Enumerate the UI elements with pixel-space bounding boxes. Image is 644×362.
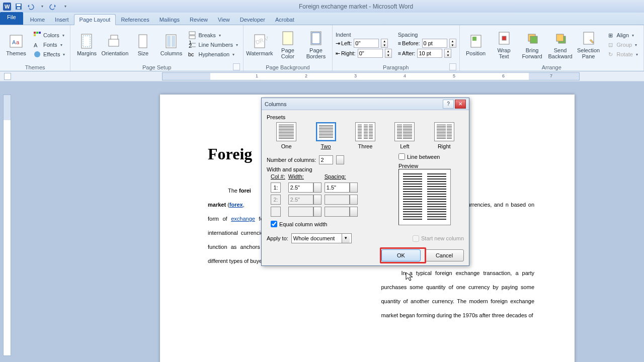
undo-icon[interactable]: [25, 2, 35, 12]
breaks-icon: [188, 31, 196, 39]
group-button[interactable]: ⊡Group: [606, 40, 639, 49]
margins-button[interactable]: Margins: [73, 32, 100, 57]
col1-label: [271, 183, 281, 193]
svg-rect-41: [556, 34, 564, 41]
align-button[interactable]: ⊞Align: [606, 31, 639, 40]
tab-acrobat[interactable]: Acrobat: [270, 15, 299, 25]
hyphenation-button[interactable]: bcHyphenation: [186, 50, 239, 59]
qat-customize[interactable]: [60, 2, 70, 12]
page-color-button[interactable]: Page Color: [275, 29, 301, 60]
effects-button[interactable]: Effects: [31, 50, 67, 59]
spacing-before-icon: ≡: [398, 40, 401, 46]
indent-right[interactable]: ⇤Right:▲▼: [336, 49, 392, 58]
word-icon[interactable]: W: [2, 2, 12, 12]
group-label-arrange: Arrange: [463, 63, 640, 71]
position-button[interactable]: Position: [463, 32, 489, 57]
preset-two[interactable]: Two: [316, 122, 336, 149]
indent-left[interactable]: ⇥Left:▲▼: [336, 39, 392, 48]
col1-spacing-input[interactable]: [325, 183, 350, 193]
equal-width-checkbox[interactable]: [271, 221, 277, 227]
themes-icon: Aa: [8, 33, 24, 49]
line-numbers-button[interactable]: 12Line Numbers: [186, 40, 239, 49]
tab-insert[interactable]: Insert: [50, 15, 74, 25]
themes-button[interactable]: Aa Themes: [3, 32, 29, 57]
tab-home[interactable]: Home: [25, 15, 50, 25]
preset-right[interactable]: Right: [434, 122, 454, 149]
align-icon: ⊞: [607, 31, 615, 39]
svg-rect-22: [189, 32, 195, 35]
col-header: Col #:: [271, 173, 285, 180]
bring-forward-icon: [524, 30, 540, 46]
num-columns-input[interactable]: [319, 155, 333, 164]
dialog-help-button[interactable]: ?: [443, 100, 454, 109]
link-forex[interactable]: forex: [229, 202, 243, 208]
svg-text:A: A: [12, 39, 16, 45]
preset-three[interactable]: Three: [355, 122, 375, 149]
breaks-button[interactable]: Breaks: [186, 31, 239, 40]
watermark-button[interactable]: DRAFTWatermark: [247, 32, 273, 57]
colors-icon: [33, 31, 41, 39]
spacing-after[interactable]: ≡After:▲▼: [398, 49, 456, 58]
tab-references[interactable]: References: [116, 15, 154, 25]
tab-view[interactable]: View: [213, 15, 235, 25]
tab-review[interactable]: Review: [185, 15, 213, 25]
width-spacing-label: Width and spacing: [267, 166, 388, 172]
send-backward-button[interactable]: Send Backward: [547, 29, 574, 60]
preset-one[interactable]: One: [276, 122, 296, 149]
ruler-toggle[interactable]: [4, 73, 11, 80]
svg-rect-11: [34, 34, 36, 36]
columns-dialog: Columns ? ✕ Presets One Two Three Left R…: [261, 98, 469, 266]
horizontal-ruler[interactable]: 1 2 3 4 5 6 7: [162, 72, 580, 80]
page-setup-launcher[interactable]: [233, 63, 240, 70]
svg-rect-17: [109, 39, 119, 46]
apply-to-combo[interactable]: Whole document▼: [291, 233, 352, 243]
redo-icon[interactable]: [48, 2, 58, 12]
col1-width-input[interactable]: [288, 183, 313, 193]
rotate-button[interactable]: ↻Rotate: [606, 50, 639, 59]
apply-to-label: Apply to:: [267, 235, 288, 241]
cancel-button[interactable]: Cancel: [425, 249, 464, 261]
hyphenation-icon: bc: [188, 50, 196, 58]
link-exchange[interactable]: exchange: [231, 216, 255, 222]
wrap-text-button[interactable]: Wrap Text: [491, 29, 517, 60]
vertical-ruler[interactable]: [3, 95, 11, 356]
start-new-column-label: Start new column: [421, 235, 464, 241]
window-title: Foreign exchange market - Microsoft Word: [70, 3, 642, 10]
columns-button[interactable]: Columns: [158, 32, 184, 57]
fonts-button[interactable]: AFonts: [31, 40, 67, 49]
save-icon[interactable]: [14, 2, 24, 12]
undo-dropdown[interactable]: [37, 2, 47, 12]
tab-developer[interactable]: Developer: [235, 15, 270, 25]
dialog-close-button[interactable]: ✕: [455, 100, 466, 109]
titlebar: W Foreign exchange market - Microsoft Wo…: [0, 0, 644, 13]
svg-rect-3: [17, 4, 21, 6]
indent-label: Indent: [336, 32, 392, 38]
spacing-after-icon: ≡: [398, 50, 401, 56]
rotate-icon: ↻: [607, 50, 615, 58]
size-button[interactable]: Size: [130, 32, 156, 57]
group-arrange: Position Wrap Text Bring Forward Send Ba…: [460, 25, 644, 71]
paragraph-launcher[interactable]: [449, 63, 456, 70]
line-between-label: Line between: [407, 154, 440, 160]
ok-button[interactable]: OK: [381, 249, 421, 261]
group-themes: Aa Themes Colors AFonts Effects Themes: [0, 25, 70, 71]
preset-left[interactable]: Left: [394, 122, 415, 149]
selection-pane-button[interactable]: Selection Pane: [576, 29, 602, 60]
tab-file[interactable]: File: [0, 12, 23, 25]
send-backward-icon: [552, 30, 569, 46]
tab-page-layout[interactable]: Page Layout: [74, 14, 116, 25]
orientation-button[interactable]: Orientation: [102, 32, 128, 57]
spacing-before[interactable]: ≡Before:▲▼: [398, 39, 456, 48]
svg-rect-9: [36, 32, 38, 34]
svg-text:bc: bc: [188, 51, 194, 57]
line-between-checkbox[interactable]: [398, 153, 405, 160]
tab-mailings[interactable]: Mailings: [154, 15, 185, 25]
colors-button[interactable]: Colors: [31, 31, 67, 40]
svg-rect-35: [472, 37, 476, 41]
group-label-page-background: Page Background: [247, 63, 329, 71]
num-columns-spinner[interactable]: [336, 155, 344, 164]
group-label-themes: Themes: [3, 63, 67, 71]
bring-forward-button[interactable]: Bring Forward: [519, 29, 545, 60]
page-borders-button[interactable]: Page Borders: [303, 29, 329, 60]
page-borders-icon: [308, 30, 324, 46]
